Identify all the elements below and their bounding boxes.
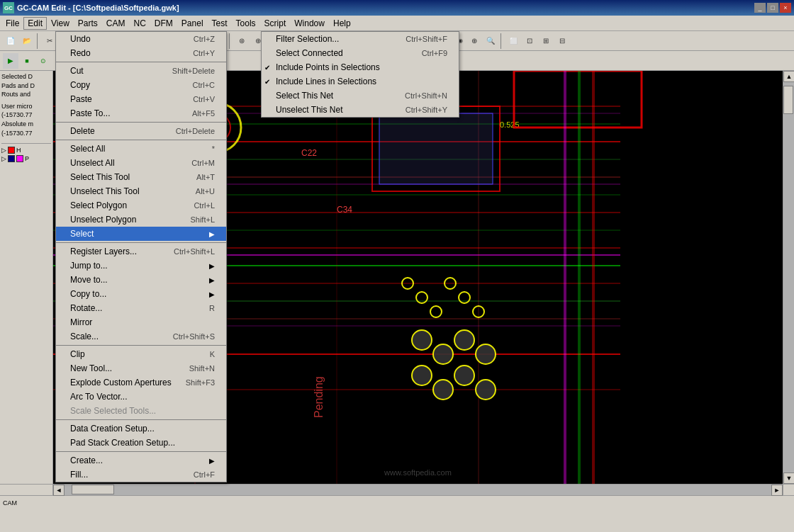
menu-select-this-tool[interactable]: Select This Tool Alt+T	[56, 170, 226, 184]
select-btn2[interactable]: ⊡	[522, 33, 537, 49]
layer-p-label: P	[25, 155, 29, 162]
menu-view[interactable]: View	[47, 17, 74, 30]
menu-unselect-all[interactable]: Unselect All Ctrl+M	[56, 156, 226, 170]
menu-unselect-this-tool[interactable]: Unselect This Tool Alt+U	[56, 184, 226, 198]
menu-select[interactable]: Select ▶	[56, 227, 226, 241]
menu-register-layers[interactable]: Register Layers... Ctrl+Shift+L	[56, 244, 226, 259]
check-include-lines: ✔	[264, 78, 270, 86]
menu-clip[interactable]: Clip K	[56, 347, 226, 361]
info-line-6: Absolute m	[1, 120, 51, 129]
menu-explode[interactable]: Explode Custom Apertures Shift+F3	[56, 375, 226, 390]
menu-help[interactable]: Help	[329, 17, 355, 30]
scroll-left-btn[interactable]: ◄	[53, 485, 65, 496]
check-include-points: ✔	[264, 64, 270, 72]
select-btn4[interactable]: ⊟	[554, 33, 570, 49]
select-arrow: ▶	[209, 230, 215, 238]
menu-copy-to[interactable]: Copy to... ▶	[56, 287, 226, 301]
menu-unselect-this-net[interactable]: Unselect This Net Ctrl+Shift+Y	[262, 103, 459, 117]
menu-paste-to[interactable]: Paste To... Alt+F5	[56, 106, 226, 120]
scroll-track-v[interactable]	[783, 82, 794, 472]
menu-undo[interactable]: Undo Ctrl+Z	[56, 32, 226, 46]
svg-text:C22: C22	[301, 148, 317, 158]
new-btn[interactable]: 📄	[3, 33, 18, 49]
menu-select-this-net[interactable]: Select This Net Ctrl+Shift+N	[262, 89, 459, 103]
menu-paste[interactable]: Paste Ctrl+V	[56, 92, 226, 106]
menu-select-polygon[interactable]: Select Polygon Ctrl+L	[56, 198, 226, 213]
play-btn[interactable]: ▶	[3, 53, 18, 69]
layer-h-color	[8, 147, 15, 154]
menu-parts[interactable]: Parts	[74, 17, 102, 30]
menu-arc-to-vector[interactable]: Arc To Vector...	[56, 390, 226, 404]
menu-nc[interactable]: NC	[130, 17, 150, 30]
menu-include-points[interactable]: ✔ Include Points in Selections	[262, 60, 459, 74]
open-btn[interactable]: 📂	[19, 33, 35, 49]
menu-move-to[interactable]: Move to... ▶	[56, 273, 226, 287]
menu-unselect-polygon[interactable]: Unselect Polygon Shift+L	[56, 213, 226, 227]
svg-point-42	[454, 366, 474, 385]
menu-edit[interactable]: Edit	[23, 17, 47, 30]
minimize-button[interactable]: _	[754, 3, 766, 13]
menu-select-all[interactable]: Select All *	[56, 142, 226, 156]
layer-p-color2	[16, 155, 23, 162]
scroll-thumb-h[interactable]	[72, 485, 114, 494]
svg-rect-48	[564, 71, 566, 484]
menu-delete[interactable]: Delete Ctrl+Delete	[56, 124, 226, 138]
layer-h: ▷ H	[1, 147, 51, 154]
menu-script[interactable]: Script	[260, 17, 291, 30]
title-bar-left: GC GC-CAM Edit - [C:\Softpedia\Softpedia…	[3, 2, 179, 13]
menu-select-connected[interactable]: Select Connected Ctrl+F9	[262, 46, 459, 60]
scroll-corner-right	[783, 484, 794, 495]
menu-create[interactable]: Create... ▶	[56, 453, 226, 468]
menu-include-lines[interactable]: ✔ Include Lines in Selections	[262, 74, 459, 89]
menu-scale[interactable]: Scale... Ctrl+Shift+S	[56, 329, 226, 344]
menu-test[interactable]: Test	[208, 17, 232, 30]
svg-point-38	[454, 330, 474, 350]
menu-file[interactable]: File	[1, 17, 23, 30]
svg-point-37	[433, 344, 453, 364]
info-line-2: Pads and D	[1, 81, 51, 91]
menu-data-creation[interactable]: Data Creation Setup...	[56, 421, 226, 436]
scroll-corner-left	[0, 484, 53, 495]
maximize-button[interactable]: □	[767, 3, 778, 13]
menu-pad-stack[interactable]: Pad Stack Creation Setup...	[56, 436, 226, 450]
edit-menu-panel: Undo Ctrl+Z Redo Ctrl+Y Cut Shift+Delete…	[55, 31, 227, 482]
menu-window[interactable]: Window	[290, 17, 329, 30]
menu-new-tool[interactable]: New Tool... Shift+N	[56, 361, 226, 375]
menu-rotate[interactable]: Rotate... R	[56, 301, 226, 315]
stop-btn[interactable]: ■	[19, 53, 35, 69]
menu-cam[interactable]: CAM	[102, 17, 130, 30]
zoom-sel-btn[interactable]: 🔍	[483, 33, 498, 49]
record-btn[interactable]: ⊙	[35, 53, 51, 69]
sep-3	[56, 140, 226, 140]
expand-h[interactable]: ▷	[1, 147, 6, 154]
menu-panel[interactable]: Panel	[177, 17, 208, 30]
scroll-up-btn[interactable]: ▲	[783, 71, 794, 82]
sep7	[501, 33, 503, 49]
menu-copy[interactable]: Copy Ctrl+C	[56, 78, 226, 92]
select-btn3[interactable]: ⊞	[538, 33, 554, 49]
zoom-fit-btn[interactable]: ⊕	[466, 33, 482, 49]
menu-mirror[interactable]: Mirror	[56, 315, 226, 329]
scroll-down-btn[interactable]: ▼	[783, 472, 794, 484]
scroll-thumb-v[interactable]	[783, 86, 793, 114]
expand-p[interactable]: ▷	[1, 155, 6, 162]
sep-1	[56, 62, 226, 62]
layer-h-label: H	[16, 147, 21, 154]
svg-rect-49	[578, 71, 581, 484]
menu-cut[interactable]: Cut Shift+Delete	[56, 64, 226, 78]
menu-fill[interactable]: Fill... Ctrl+F	[56, 468, 226, 482]
sep1	[37, 33, 40, 49]
scroll-track-h[interactable]	[65, 485, 771, 495]
menu-dfm[interactable]: DFM	[150, 17, 177, 30]
menu-tools[interactable]: Tools	[232, 17, 260, 30]
tool-btn12[interactable]: ⊛	[234, 33, 250, 49]
close-button[interactable]: ×	[780, 3, 791, 13]
menu-filter-selection[interactable]: Filter Selection... Ctrl+Shift+F	[262, 32, 459, 46]
info-line-1: Selected D	[1, 72, 51, 81]
sep-2	[56, 122, 226, 123]
select-rect-btn[interactable]: ⬜	[505, 33, 521, 49]
menu-jump-to[interactable]: Jump to... ▶	[56, 259, 226, 273]
info-line-5: (-15730.77	[1, 111, 51, 120]
scroll-right-btn[interactable]: ►	[771, 485, 783, 496]
menu-redo[interactable]: Redo Ctrl+Y	[56, 46, 226, 60]
